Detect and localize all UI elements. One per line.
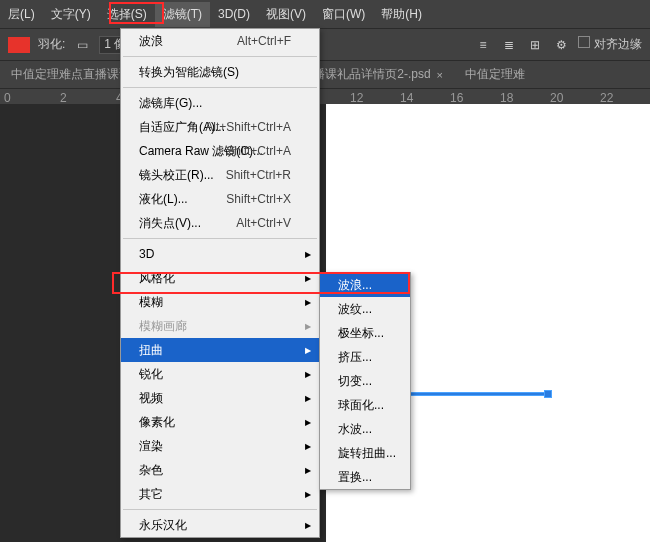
menu-3d[interactable]: 3D(D) <box>210 3 258 25</box>
selection-handle[interactable] <box>544 390 552 398</box>
distort-submenu: 波浪...波纹...极坐标...挤压...切变...球面化...水波...旋转扭… <box>319 272 411 490</box>
ruler-horizontal: 0 2 4 12 14 16 18 20 22 <box>0 88 650 104</box>
menu-item[interactable]: 视频▶ <box>121 386 319 410</box>
menu-item[interactable]: 渲染▶ <box>121 434 319 458</box>
menu-item[interactable]: 镜头校正(R)...Shift+Ctrl+R <box>121 163 319 187</box>
menu-view[interactable]: 视图(V) <box>258 2 314 27</box>
menu-window[interactable]: 窗口(W) <box>314 2 373 27</box>
menu-item[interactable]: 极坐标... <box>320 321 410 345</box>
menu-item[interactable]: 波纹... <box>320 297 410 321</box>
align-icon-1[interactable]: ≡ <box>474 36 492 54</box>
menu-item[interactable]: 液化(L)...Shift+Ctrl+X <box>121 187 319 211</box>
menu-item[interactable]: 锐化▶ <box>121 362 319 386</box>
align-icon-2[interactable]: ≣ <box>500 36 518 54</box>
align-edges-checkbox[interactable]: 对齐边缘 <box>578 36 642 53</box>
tab-4[interactable]: 中值定理难 <box>459 63 531 86</box>
align-icon-3[interactable]: ⊞ <box>526 36 544 54</box>
menu-layer[interactable]: 层(L) <box>0 2 43 27</box>
feather-label: 羽化: <box>38 36 65 53</box>
document-tabs: 中值定理难点直播课详× i-.psd× 中值定理难点直播课礼品详情页2-.psd… <box>0 60 650 88</box>
menu-item[interactable]: 风格化▶ <box>121 266 319 290</box>
menu-item[interactable]: 球面化... <box>320 393 410 417</box>
menu-item[interactable]: 自适应广角(A)...Alt+Shift+Ctrl+A <box>121 115 319 139</box>
menu-item[interactable]: 转换为智能滤镜(S) <box>121 60 319 84</box>
menu-filter[interactable]: 滤镜(T) <box>155 2 210 27</box>
filter-menu: 波浪Alt+Ctrl+F转换为智能滤镜(S)滤镜库(G)...自适应广角(A).… <box>120 28 320 538</box>
close-icon[interactable]: × <box>437 69 443 81</box>
menu-item[interactable]: 杂色▶ <box>121 458 319 482</box>
menu-item[interactable]: 挤压... <box>320 345 410 369</box>
menu-item[interactable]: 扭曲▶ <box>121 338 319 362</box>
color-swatch[interactable] <box>8 37 30 53</box>
menu-item[interactable]: 波浪... <box>320 273 410 297</box>
menu-item[interactable]: 像素化▶ <box>121 410 319 434</box>
menu-select[interactable]: 选择(S) <box>99 2 155 27</box>
menu-item[interactable]: 模糊画廊▶ <box>121 314 319 338</box>
menu-item[interactable]: 其它▶ <box>121 482 319 506</box>
toolbar: 羽化: ▭ ≡ ≣ ⊞ ⚙ 对齐边缘 <box>0 28 650 60</box>
menu-item[interactable]: 波浪Alt+Ctrl+F <box>121 29 319 53</box>
menu-item[interactable]: Camera Raw 滤镜(C)...Shift+Ctrl+A <box>121 139 319 163</box>
menu-item[interactable]: 3D▶ <box>121 242 319 266</box>
menubar: 层(L) 文字(Y) 选择(S) 滤镜(T) 3D(D) 视图(V) 窗口(W)… <box>0 0 650 28</box>
menu-text[interactable]: 文字(Y) <box>43 2 99 27</box>
menu-item[interactable]: 消失点(V)...Alt+Ctrl+V <box>121 211 319 235</box>
gear-icon[interactable]: ⚙ <box>552 36 570 54</box>
menu-item[interactable]: 永乐汉化▶ <box>121 513 319 537</box>
tool-icon-1[interactable]: ▭ <box>73 36 91 54</box>
menu-item[interactable]: 滤镜库(G)... <box>121 91 319 115</box>
menu-item[interactable]: 旋转扭曲... <box>320 441 410 465</box>
menu-help[interactable]: 帮助(H) <box>373 2 430 27</box>
menu-item[interactable]: 切变... <box>320 369 410 393</box>
menu-item[interactable]: 水波... <box>320 417 410 441</box>
menu-item[interactable]: 置换... <box>320 465 410 489</box>
menu-item[interactable]: 模糊▶ <box>121 290 319 314</box>
